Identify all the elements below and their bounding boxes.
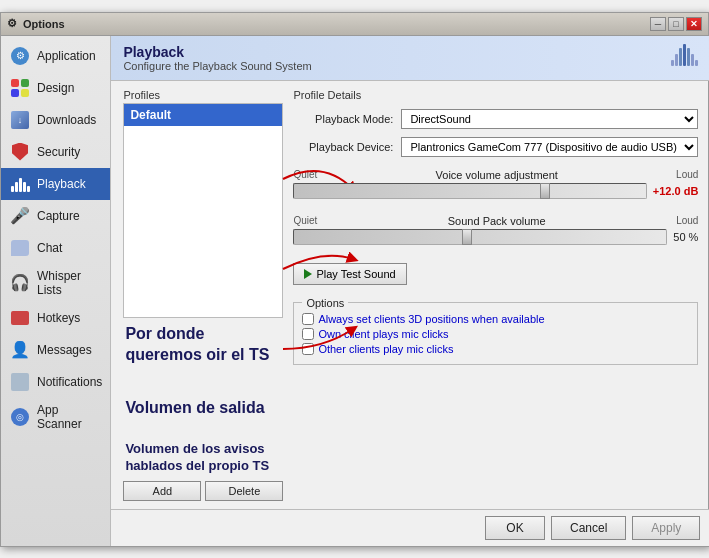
sidebar-label-whisper-lists: Whisper Lists (37, 269, 102, 297)
profiles-section-label: Profiles (123, 89, 283, 101)
header-wave-bars (671, 50, 698, 66)
app-icon-shape: ⚙ (11, 47, 29, 65)
voice-quiet-label: Quiet (293, 169, 317, 180)
downloads-icon: ↓ (9, 109, 31, 131)
notifications-icon-shape (11, 373, 29, 391)
playback-icon (9, 173, 31, 195)
checkbox-own-mic-label[interactable]: Own client plays mic clicks (318, 328, 448, 340)
sidebar-item-downloads[interactable]: ↓ Downloads (1, 104, 110, 136)
sidebar-label-chat: Chat (37, 241, 62, 255)
capture-icon: 🎤 (9, 205, 31, 227)
sound-pack-title: Sound Pack volume (448, 215, 546, 227)
sidebar-item-app-scanner[interactable]: ◎ App Scanner (1, 398, 110, 436)
close-button[interactable]: ✕ (686, 17, 702, 31)
window-title-icon: ⚙ (7, 17, 17, 30)
security-icon (9, 141, 31, 163)
playback-device-label: Playback Device: (293, 141, 393, 153)
security-icon-shape (12, 143, 28, 161)
sidebar-label-capture: Capture (37, 209, 80, 223)
page-subtitle: Configure the Playback Sound System (123, 60, 311, 72)
maximize-button[interactable]: □ (668, 17, 684, 31)
cancel-button[interactable]: Cancel (551, 516, 626, 540)
title-bar: ⚙ Options ─ □ ✕ (1, 13, 708, 36)
downloads-icon-shape: ↓ (11, 111, 29, 129)
window-title-text: Options (23, 18, 65, 30)
hotkeys-icon (9, 307, 31, 329)
details-panel: Profile Details Playback Mode: DirectSou… (293, 89, 698, 501)
whisper-icon-shape: 🎧 (10, 273, 30, 292)
title-bar-controls: ─ □ ✕ (650, 17, 702, 31)
options-window: ⚙ Options ─ □ ✕ ⚙ Application (0, 12, 709, 547)
sidebar-label-notifications: Notifications (37, 375, 102, 389)
title-bar-title: ⚙ Options (7, 17, 65, 30)
hotkeys-icon-shape (11, 311, 29, 325)
main-header-left: Playback Configure the Playback Sound Sy… (123, 44, 311, 72)
voice-volume-value: +12.0 dB (653, 185, 699, 197)
play-test-sound-button[interactable]: Play Test Sound (293, 263, 406, 285)
notifications-icon (9, 371, 31, 393)
checkbox-3d-positions[interactable] (302, 313, 314, 325)
messages-icon-shape: 👤 (10, 340, 30, 359)
checkbox-3d-label[interactable]: Always set clients 3D positions when ava… (318, 313, 544, 325)
sidebar-item-application[interactable]: ⚙ Application (1, 40, 110, 72)
page-title: Playback (123, 44, 311, 60)
checkbox-row-1: Always set clients 3D positions when ava… (302, 313, 689, 325)
play-icon (304, 269, 312, 279)
checkbox-other-mic-label[interactable]: Other clients play mic clicks (318, 343, 453, 355)
checkbox-other-mic[interactable] (302, 343, 314, 355)
sidebar-item-whisper-lists[interactable]: 🎧 Whisper Lists (1, 264, 110, 302)
main-body: Profiles Default Por donde queremos oir … (111, 81, 709, 509)
add-profile-button[interactable]: Add (123, 481, 201, 501)
sidebar-item-hotkeys[interactable]: Hotkeys (1, 302, 110, 334)
playback-device-row: Playback Device: Plantronics GameCom 777… (293, 137, 698, 157)
sidebar-item-notifications[interactable]: Notifications (1, 366, 110, 398)
voice-volume-thumb[interactable] (540, 183, 550, 199)
sidebar-item-security[interactable]: Security (1, 136, 110, 168)
playback-mode-row: Playback Mode: DirectSound (293, 109, 698, 129)
ok-button[interactable]: OK (485, 516, 545, 540)
sound-pack-quiet-label: Quiet (293, 215, 317, 226)
sound-pack-loud-label: Loud (676, 215, 698, 226)
sidebar-item-messages[interactable]: 👤 Messages (1, 334, 110, 366)
sound-pack-section: Quiet Sound Pack volume Loud 50 % (293, 215, 698, 247)
sidebar-item-design[interactable]: Design (1, 72, 110, 104)
design-icon (9, 77, 31, 99)
profiles-buttons: Add Delete (123, 481, 283, 501)
playback-mode-select[interactable]: DirectSound (401, 109, 698, 129)
profile-item-default[interactable]: Default (124, 104, 282, 126)
delete-profile-button[interactable]: Delete (205, 481, 283, 501)
whisper-icon: 🎧 (9, 272, 31, 294)
minimize-button[interactable]: ─ (650, 17, 666, 31)
sound-pack-track[interactable] (293, 229, 667, 245)
app-scanner-icon: ◎ (9, 406, 31, 428)
sidebar-label-design: Design (37, 81, 74, 95)
main-header: Playback Configure the Playback Sound Sy… (111, 36, 709, 81)
main-content: Playback Configure the Playback Sound Sy… (111, 36, 709, 546)
sidebar-item-playback[interactable]: Playback (1, 168, 110, 200)
window-body: ⚙ Application Design ↓ (1, 36, 708, 546)
sound-pack-labels: Quiet Sound Pack volume Loud (293, 215, 698, 227)
app-icon: ⚙ (9, 45, 31, 67)
design-icon-shape (11, 79, 29, 97)
checkbox-row-2: Own client plays mic clicks (302, 328, 689, 340)
annotation-text-3: Volumen de los avisos hablados del propi… (125, 441, 281, 475)
voice-volume-track[interactable] (293, 183, 646, 199)
sidebar-item-capture[interactable]: 🎤 Capture (1, 200, 110, 232)
options-legend: Options (302, 297, 348, 309)
sidebar: ⚙ Application Design ↓ (1, 36, 111, 546)
sound-pack-thumb[interactable] (462, 229, 472, 245)
playback-device-select[interactable]: Plantronics GameCom 777 (Dispositivo de … (401, 137, 698, 157)
checkbox-own-mic[interactable] (302, 328, 314, 340)
details-section-label: Profile Details (293, 89, 698, 101)
checkbox-row-3: Other clients play mic clicks (302, 343, 689, 355)
voice-volume-title: Voice volume adjustment (436, 169, 558, 181)
sidebar-label-downloads: Downloads (37, 113, 96, 127)
annotation-text-2: Volumen de salida (125, 398, 281, 419)
sidebar-label-hotkeys: Hotkeys (37, 311, 80, 325)
apply-button[interactable]: Apply (632, 516, 700, 540)
sidebar-item-chat[interactable]: Chat (1, 232, 110, 264)
playback-mode-label: Playback Mode: (293, 113, 393, 125)
profiles-list[interactable]: Default (123, 103, 283, 319)
chat-icon-shape (11, 240, 29, 256)
annotations-container: Por donde queremos oir el TS Volumen de … (123, 318, 283, 480)
